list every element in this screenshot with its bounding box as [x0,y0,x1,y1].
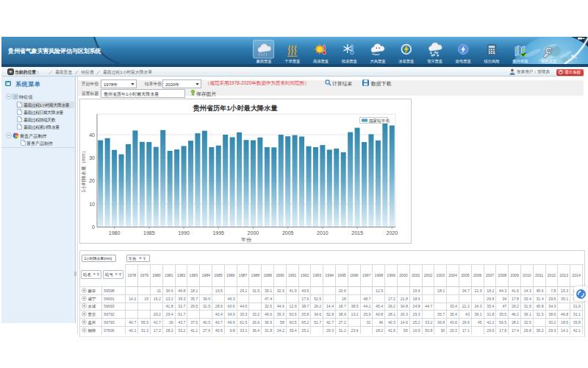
svg-text:0: 0 [92,224,95,230]
svg-text:1995: 1995 [212,230,224,236]
svg-text:冰雹普查: 冰雹普查 [398,59,414,64]
svg-text:2000: 2000 [248,230,259,236]
svg-text:系统设置: 系统设置 [541,59,557,64]
svg-text:大风普查: 大风普查 [370,59,385,64]
svg-text:1990: 1990 [178,230,190,236]
svg-text:暴雨普查: 暴雨普查 [256,59,271,64]
svg-text:雪灾普查: 雪灾普查 [427,59,442,64]
svg-text:高温普查: 高温普查 [313,59,329,64]
svg-text:30: 30 [89,155,95,160]
svg-text:干旱普查: 干旱普查 [284,59,300,64]
svg-text:20: 20 [89,178,95,183]
svg-text:图件审核: 图件审核 [512,59,528,64]
svg-text:雷电普查: 雷电普查 [456,59,471,64]
svg-text:贵州省历年1小时最大降水量: 贵州省历年1小时最大降水量 [193,105,278,112]
svg-text:1小时降水量（mm）: 1小时降水量（mm） [81,149,87,193]
svg-text:1980: 1980 [109,230,121,236]
svg-text:低温普查: 低温普查 [342,59,357,64]
svg-text:10: 10 [89,202,95,207]
svg-text:国家站平均: 国家站平均 [369,118,390,124]
svg-text:2005: 2005 [282,230,294,236]
svg-text:2015: 2015 [351,230,363,236]
svg-text:2020: 2020 [387,230,398,236]
svg-text:2010: 2010 [317,230,329,236]
svg-text:40: 40 [89,132,95,138]
svg-text:年份: 年份 [241,237,252,243]
svg-text:综合风险: 综合风险 [484,59,500,64]
svg-text:贵州省气象灾害风险评估与区划系统: 贵州省气象灾害风险评估与区划系统 [7,47,101,54]
svg-text:1985: 1985 [143,230,155,236]
